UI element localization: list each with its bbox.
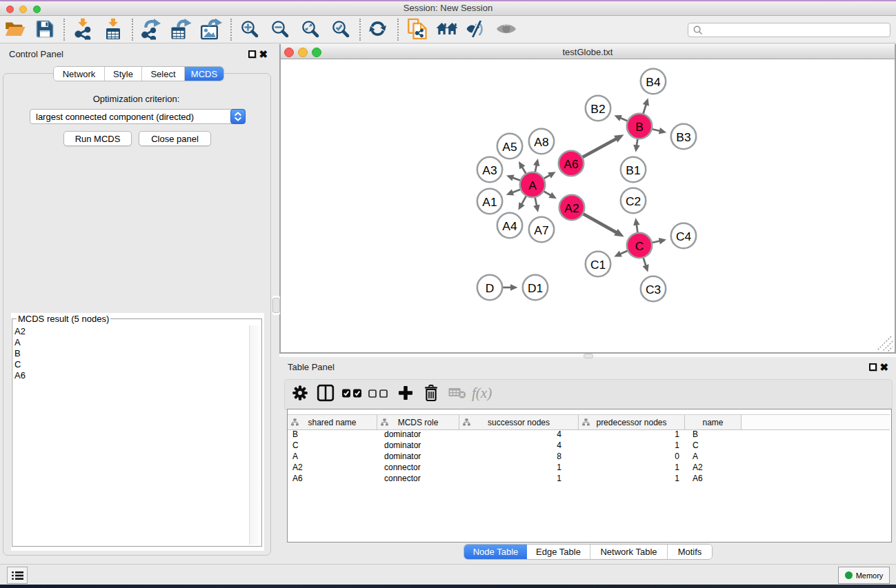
node-label-B2: B2 (590, 102, 605, 116)
trash-icon (424, 385, 438, 401)
table-panel-close-icon[interactable]: ✖ (880, 362, 889, 372)
mcds-result-item[interactable]: A6 (14, 370, 26, 381)
run-mcds-button[interactable]: Run MCDS (63, 131, 132, 146)
main-toolbar (0, 16, 896, 43)
toolbar-separator (132, 19, 133, 41)
control-panel-close-icon[interactable]: ✖ (259, 49, 268, 59)
tab-style[interactable]: Style (105, 67, 142, 81)
node-label-A5: A5 (502, 140, 517, 154)
node-label-C3: C3 (646, 283, 661, 296)
zoom-selected-button[interactable] (332, 21, 350, 41)
task-history-button[interactable] (7, 567, 28, 584)
close-panel-button[interactable]: Close panel (139, 131, 211, 146)
refresh-view-button[interactable] (369, 20, 388, 41)
mcds-result-item[interactable]: A (14, 337, 26, 348)
mcds-result-item[interactable]: B (14, 348, 26, 359)
table-row-C[interactable]: Cdominator41C (288, 440, 741, 452)
arrowhead-D-D1 (510, 284, 518, 291)
vertical-split-handle[interactable] (272, 298, 280, 313)
zoom-out-button[interactable] (272, 21, 289, 41)
mcds-result-scrollbar[interactable] (249, 325, 259, 545)
export-image-button[interactable] (201, 19, 223, 43)
node-label-B3: B3 (676, 130, 690, 144)
control-panel-title: Control Panel (9, 49, 63, 59)
column-header-MCDS-role[interactable]: MCDS role (377, 415, 459, 429)
column-header-shared-name[interactable]: shared name (288, 415, 377, 429)
shared-column-icon (291, 418, 299, 426)
toolbar-separator (359, 19, 361, 41)
zoom-out-icon (272, 21, 289, 38)
cell-name: C (685, 440, 741, 452)
zoom-in-button[interactable] (241, 21, 259, 41)
node-label-A2: A2 (564, 201, 579, 215)
table-row-B[interactable]: Bdominator41B (288, 429, 741, 440)
clone-network-button[interactable] (408, 19, 427, 43)
import-table-button[interactable] (104, 19, 122, 43)
hide-selected-button[interactable] (466, 21, 486, 41)
mcds-result-list[interactable]: A2ABCA6 (14, 326, 26, 381)
desktop-bottom-edge (0, 585, 896, 588)
mcds-result-item[interactable]: A2 (14, 326, 26, 337)
table-row-A6[interactable]: A6connector11A6 (288, 474, 741, 485)
search-input[interactable] (706, 24, 885, 36)
app-title: Session: New Session (0, 3, 896, 13)
refresh-icon (369, 20, 388, 38)
mcds-result-item[interactable]: C (14, 359, 26, 370)
cell-name: A2 (685, 463, 741, 474)
task-list-icon (12, 571, 23, 580)
arrowhead-A-A8 (533, 159, 539, 166)
optimization-criterion-select[interactable]: largest connected component (directed) (30, 109, 246, 124)
table-panel-float-icon[interactable] (869, 363, 877, 371)
export-table-icon (171, 19, 192, 40)
network-graph-canvas[interactable]: AA1A2A3A4A5A6A7A8BB1B2B3B4CC1C2C3C4DD1 (281, 60, 893, 352)
status-bar (0, 564, 896, 585)
column-header-predecessor-nodes[interactable]: predecessor nodes (579, 415, 685, 429)
tab-node-table[interactable]: Node Table (464, 545, 527, 559)
table-toolbar: f(x) (284, 379, 893, 410)
cell-predecessor-nodes: 0 (579, 452, 685, 463)
window-resize-grip[interactable] (877, 336, 893, 352)
column-header-name[interactable]: name (685, 415, 741, 429)
cell-MCDS-role: connector (377, 463, 459, 474)
select-all-columns-button[interactable] (342, 388, 362, 401)
save-session-button[interactable] (37, 21, 54, 41)
node-label-B: B (635, 120, 644, 134)
table-options-button[interactable] (292, 385, 308, 404)
node-label-A3: A3 (482, 163, 497, 177)
tab-edge-table[interactable]: Edge Table (527, 545, 590, 559)
cell-shared-name: A2 (288, 463, 377, 474)
cell-name: A (685, 452, 741, 463)
node-label-A4: A4 (502, 219, 517, 233)
import-network-button[interactable] (74, 19, 92, 43)
tab-network-table[interactable]: Network Table (590, 545, 668, 559)
search-box[interactable] (688, 23, 890, 37)
column-header-successor-nodes[interactable]: successor nodes (459, 415, 579, 429)
show-all-houses-button[interactable] (437, 21, 458, 40)
cell-successor-nodes: 4 (459, 429, 579, 440)
table-row-A2[interactable]: A2connector11A2 (288, 463, 741, 474)
open-session-button[interactable] (5, 21, 26, 40)
control-panel-float-icon[interactable] (248, 50, 256, 58)
export-network-button[interactable] (141, 19, 161, 43)
show-hidden-button[interactable] (497, 23, 517, 38)
arrowhead-C-C2 (633, 218, 640, 225)
node-label-B1: B1 (626, 163, 640, 177)
node-label-C4: C4 (676, 230, 692, 243)
export-image-icon (201, 19, 223, 40)
delete-column-button[interactable] (424, 385, 438, 404)
unselect-all-columns-button[interactable] (368, 388, 388, 401)
tab-motifs[interactable]: Motifs (668, 545, 712, 559)
horizontal-split-handle[interactable] (584, 354, 593, 358)
tab-network[interactable]: Network (54, 67, 105, 81)
tab-select[interactable]: Select (142, 67, 185, 81)
memory-button[interactable]: Memory (838, 567, 890, 584)
show-columns-button[interactable] (317, 385, 335, 405)
table-row-A[interactable]: Adominator80A (288, 452, 741, 463)
control-panel-tabs: NetworkStyleSelectMCDS (53, 66, 224, 81)
tab-mcds[interactable]: MCDS (185, 67, 223, 81)
create-column-button[interactable] (398, 385, 414, 404)
arrowhead-B-B3 (659, 128, 666, 134)
zoom-fit-button[interactable] (302, 21, 319, 41)
export-table-button[interactable] (171, 19, 192, 43)
import-table-icon (104, 19, 122, 40)
